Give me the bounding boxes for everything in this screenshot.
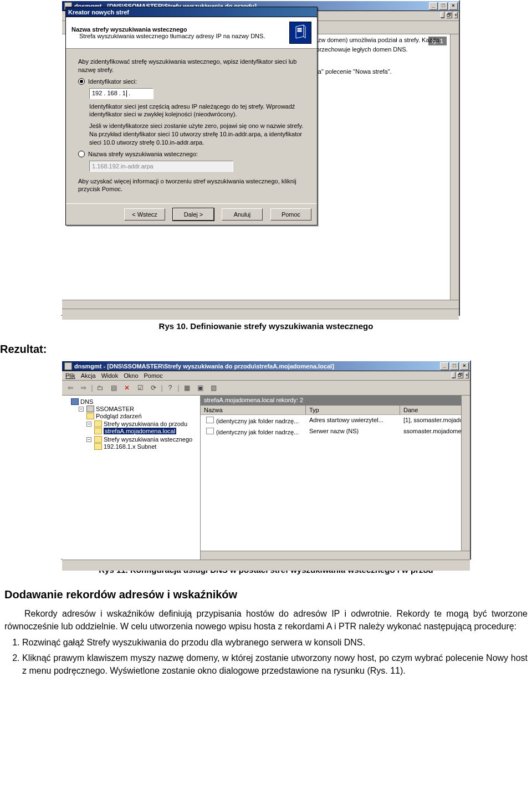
tool-icon[interactable]: ▣ [194,382,206,393]
radio-zone-name[interactable]: Nazwa strefy wyszukiwania wstecznego: [78,150,305,158]
titlebar: dnsmgmt - [DNS\SSOMASTER\Strefy wyszukiw… [62,361,470,371]
maximize-button[interactable]: □ [450,362,459,370]
delete-icon[interactable]: ✕ [121,382,133,393]
wizard-body: Aby zidentyfikować strefę wyszukiwania w… [66,49,317,203]
new-zone-wizard: Kreator nowych stref Nazwa strefy wyszuk… [65,7,318,225]
server-icon [86,406,94,412]
mdi-close-button[interactable]: × [465,372,469,378]
maximize-button[interactable]: □ [439,2,448,10]
close-button[interactable]: × [449,2,458,10]
next-button[interactable]: Dalej > [173,208,214,220]
menu-help[interactable]: Pomoc [144,372,163,379]
properties-icon[interactable]: ☑ [134,382,146,393]
radio-label: Identyfikator sieci: [88,78,137,86]
nav-back-icon[interactable]: ⇦ [64,382,76,393]
wizard-titlebar: Kreator nowych stref [66,7,317,17]
window-title: dnsmgmt - [DNS\SSOMASTER\Strefy wyszukiw… [74,363,440,370]
document-body: Dodawanie rekordów adresów i wskaźników … [4,587,528,677]
wizard-heading: Nazwa strefy wyszukiwania wstecznego [71,26,285,33]
tree-item[interactable]: Strefy wyszukiwania wstecznego [104,436,192,443]
record-icon [206,417,214,423]
scrollbar-h[interactable] [201,551,470,560]
radio-label: Nazwa strefy wyszukiwania wstecznego: [88,150,198,158]
tree-item[interactable]: Podgląd zdarzeń [96,413,142,419]
scrollbar-v[interactable] [461,396,470,560]
records-panel: strefaA.mojadomena.local rekordy: 2 Nazw… [201,396,470,560]
record-row[interactable]: (identyczny jak folder nadrzę... Adres s… [201,415,470,426]
server-icon [289,22,311,44]
menu-action[interactable]: Akcja [81,372,96,379]
tool-icon[interactable]: ▥ [207,382,219,393]
nav-fwd-icon[interactable]: ⇨ [78,382,90,393]
client-area: DNS − SSOMASTER Podgląd zdarzeń − Strefy… [62,396,470,560]
zone-name-input: 1.168.192.in-addr.arpa [89,161,233,172]
minimize-button[interactable]: _ [429,2,438,10]
svg-rect-0 [298,28,301,29]
mdi-minimize-button[interactable]: _ [441,12,444,18]
app-icon [64,362,72,370]
wizard-subheading: Strefa wyszukiwania wstecznego tłumaczy … [79,33,285,39]
help-hint: Aby uzyskać więcej informacji o tworzeni… [78,177,305,194]
help-icon[interactable]: ? [164,382,176,393]
record-row[interactable]: (identyczny jak folder nadrzę... Serwer … [201,426,470,437]
intro-text: Aby zidentyfikować strefę wyszukiwania w… [78,58,305,74]
wizard-buttons: < Wstecz Dalej > Anuluj Pomoc [66,203,317,225]
background-help-text: tem nazw domen) umożliwia podział a stre… [299,35,449,76]
caption-rys-10: Rys 10. Definiowanie strefy wyszukiwania… [0,321,532,331]
tree-item-selected[interactable]: strefaA.mojadomena.local [104,428,176,434]
list-item: Kliknąć prawym klawiszem myszy nazwę dom… [22,652,528,677]
section-heading: Dodawanie rekordów adresów i wskaźników [4,587,528,603]
radio-dot-on [78,78,85,85]
list-icon[interactable]: ▤ [108,382,120,393]
dnsmgmt-window: dnsmgmt - [DNS\SSOMASTER\Strefy wyszukiw… [61,360,471,560]
minimize-button[interactable]: _ [440,362,449,370]
records-list: (identyczny jak folder nadrzę... Adres s… [201,415,470,437]
back-button[interactable]: < Wstecz [124,208,165,220]
zero-note-text: Jeśli w identyfikatorze sieci zostanie u… [89,122,305,147]
tree-server[interactable]: SSOMASTER [96,406,134,412]
dns-root-icon [71,398,79,405]
list-item: Rozwinąć gałąź Strefy wyszukiwania do pr… [22,636,528,649]
scrollbar-h[interactable] [62,300,459,309]
tree-root[interactable]: DNS [80,398,93,405]
folder-icon [94,420,102,427]
columns-header: Nazwa Typ Dane [201,406,470,415]
col-name[interactable]: Nazwa [201,406,306,414]
col-type[interactable]: Typ [306,406,400,414]
folder-icon [94,436,102,443]
folder-icon [86,413,94,419]
zone-icon [94,428,102,434]
menu-file[interactable]: Plik [65,372,75,379]
zone-icon [94,443,102,450]
screenshot-2: dnsmgmt - [DNS\SSOMASTER\Strefy wyszukiw… [61,360,471,560]
refresh-icon[interactable]: ⟳ [147,382,160,393]
wizard-title: Kreator nowych stref [68,9,316,16]
paragraph: Rekordy adresów i wskaźników definiują p… [4,607,528,633]
menu-window[interactable]: Okno [124,372,138,379]
cancel-button[interactable]: Anuluj [222,208,263,220]
radio-network-id[interactable]: Identyfikator sieci: [78,78,305,86]
screenshot-1: dnsmgmt - [DNS\SSOMASTER\Strefy wyszukiw… [61,0,460,316]
scrollbar-v[interactable] [450,34,459,309]
toolbar: ⇦ ⇨ | 🗀 ▤ ✕ ☑ ⟳ | ? | ▦ ▣ ▥ [62,381,470,396]
help-button[interactable]: Pomoc [270,208,311,220]
panel-header: strefaA.mojadomena.local rekordy: 2 [201,396,470,406]
statusbar [62,560,470,571]
tree-item[interactable]: 192.168.1.x Subnet [104,443,156,450]
mdi-close-button[interactable]: × [454,12,458,18]
close-button[interactable]: × [460,362,469,370]
menubar: Plik Akcja Widok Okno Pomoc [62,371,470,381]
tree-view[interactable]: DNS − SSOMASTER Podgląd zdarzeń − Strefy… [62,396,201,560]
mdi-minimize-button[interactable]: _ [452,372,456,378]
col-data[interactable]: Dane [400,406,470,414]
radio-dot-off [78,151,85,157]
menu-view[interactable]: Widok [101,372,119,379]
svg-rect-1 [298,30,301,32]
network-id-input[interactable]: 192. 168. 1. [89,88,154,99]
up-icon[interactable]: 🗀 [94,382,106,393]
tool-icon[interactable]: ▦ [181,382,193,393]
mdi-restore-button[interactable]: 🗗 [457,372,463,378]
tree-item[interactable]: Strefy wyszukiwania do przodu [104,420,187,427]
idpart-text: Identyfikator sieci jest częścią adresu … [89,102,305,119]
mdi-restore-button[interactable]: 🗗 [446,12,452,18]
